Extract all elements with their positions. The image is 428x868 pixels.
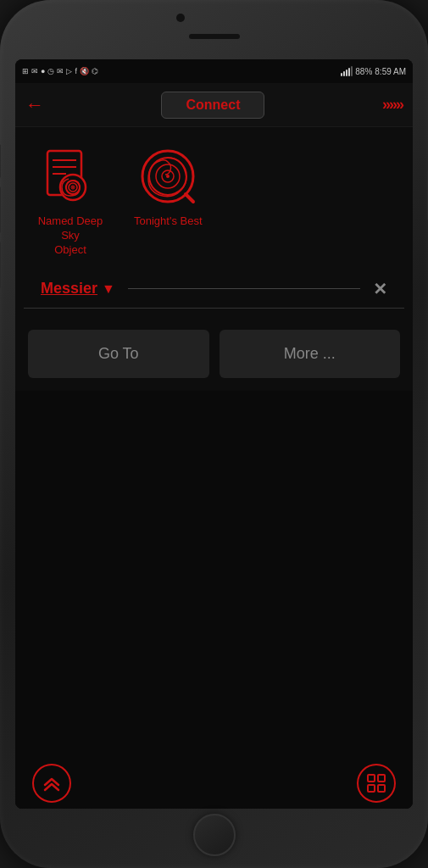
signal-icon — [341, 66, 353, 76]
phone-speaker — [189, 34, 240, 39]
tonights-best-item[interactable]: Tonight's Best — [134, 144, 203, 258]
bottom-nav — [15, 758, 413, 809]
svg-rect-18 — [368, 785, 375, 792]
connect-button[interactable]: Connect — [161, 92, 264, 119]
dropdown-arrow-icon[interactable]: ▼ — [102, 281, 115, 297]
named-deep-sky-label: Named Deep SkyObject — [32, 214, 108, 258]
named-deep-sky-item[interactable]: Named Deep SkyObject — [32, 144, 108, 258]
svg-rect-17 — [378, 775, 385, 782]
buttons-section: Go To More ... — [15, 309, 413, 391]
battery-percent: 88% — [355, 67, 372, 76]
home-button[interactable] — [193, 814, 236, 856]
phone-button-left-1 — [0, 144, 1, 178]
grid-menu-button[interactable] — [357, 764, 396, 803]
filter-divider — [128, 288, 360, 289]
svg-point-14 — [166, 175, 170, 178]
scroll-up-button[interactable] — [32, 764, 71, 803]
tonights-best-icon — [138, 147, 197, 206]
wifi-status-icon: ⌬ — [92, 67, 98, 75]
named-deep-sky-icon-container — [39, 144, 103, 208]
play-status-icon: ▷ — [66, 67, 72, 75]
category-label[interactable]: Messier — [41, 280, 97, 298]
whatsapp-status-icon: ● — [41, 67, 45, 75]
tonights-best-icon-container — [136, 144, 200, 208]
phone-button-left-3 — [0, 242, 1, 288]
filter-section: Messier ▼ ✕ — [24, 266, 404, 309]
svg-line-15 — [186, 194, 193, 202]
chevron-double-up-icon — [42, 773, 62, 793]
back-button[interactable]: ← — [25, 94, 44, 116]
status-bar: ⊞ ✉ ● ◷ ✉ ▷ f 🔇 ⌬ 88% 8:59 AM — [15, 59, 413, 83]
named-deep-sky-icon — [41, 147, 100, 206]
fb-status-icon: f — [75, 67, 77, 75]
status-icons-left: ⊞ ✉ ● ◷ ✉ ▷ f 🔇 ⌬ — [22, 67, 98, 75]
status-time: 8:59 AM — [375, 67, 406, 76]
more-button[interactable]: More ... — [220, 330, 401, 378]
tonights-best-label: Tonight's Best — [134, 214, 203, 229]
phone-button-left-2 — [0, 186, 1, 233]
email-status-icon: ✉ — [57, 67, 64, 75]
main-content: Named Deep SkyObject — [15, 127, 413, 809]
status-icons-right: 88% 8:59 AM — [341, 66, 406, 76]
phone-camera — [176, 14, 185, 22]
image-status-icon: ⊞ — [22, 67, 29, 75]
clock-status-icon: ◷ — [47, 67, 54, 75]
svg-rect-16 — [368, 775, 375, 782]
goto-button[interactable]: Go To — [28, 330, 209, 378]
msg-status-icon: ✉ — [31, 67, 38, 75]
grid-icon — [367, 774, 386, 793]
clear-button[interactable]: ✕ — [373, 279, 387, 299]
icons-section: Named Deep SkyObject — [15, 127, 413, 266]
mute-status-icon: 🔇 — [80, 67, 89, 75]
content-empty-area — [15, 391, 413, 758]
svg-rect-19 — [378, 785, 385, 792]
phone-screen: ⊞ ✉ ● ◷ ✉ ▷ f 🔇 ⌬ 88% 8:59 AM — [15, 59, 413, 809]
forward-button[interactable]: »»» — [382, 96, 403, 114]
phone-frame: ⊞ ✉ ● ◷ ✉ ▷ f 🔇 ⌬ 88% 8:59 AM — [0, 0, 428, 868]
top-nav: ← Connect »»» — [15, 83, 413, 127]
svg-point-9 — [72, 186, 74, 188]
